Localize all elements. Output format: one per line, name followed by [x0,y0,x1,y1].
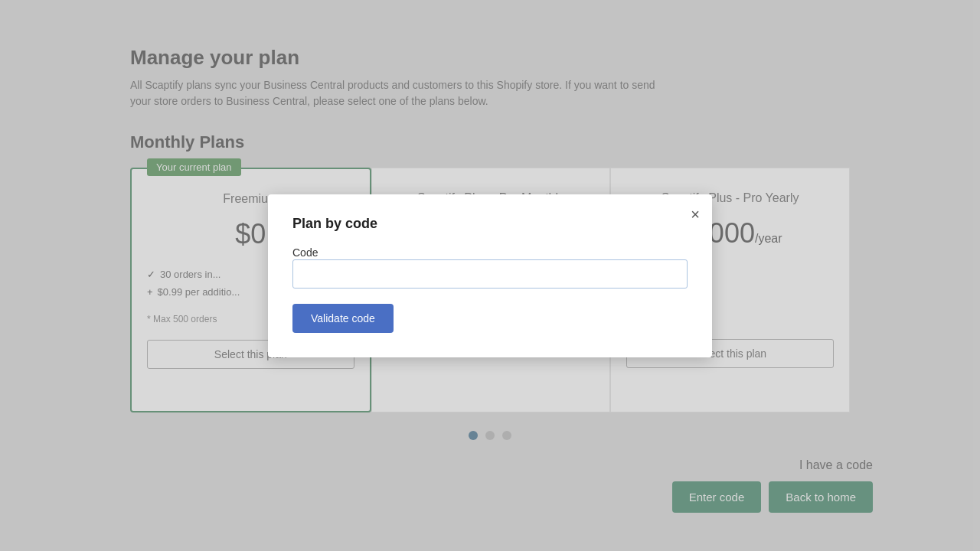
validate-code-button[interactable]: Validate code [292,304,394,333]
code-input[interactable] [292,259,688,289]
code-label: Code [292,246,318,259]
modal-close-button[interactable]: × [691,207,700,222]
plan-by-code-modal: Plan by code × Code Validate code [268,194,712,357]
modal-title: Plan by code [292,216,688,232]
modal-overlay[interactable]: Plan by code × Code Validate code [0,0,980,551]
